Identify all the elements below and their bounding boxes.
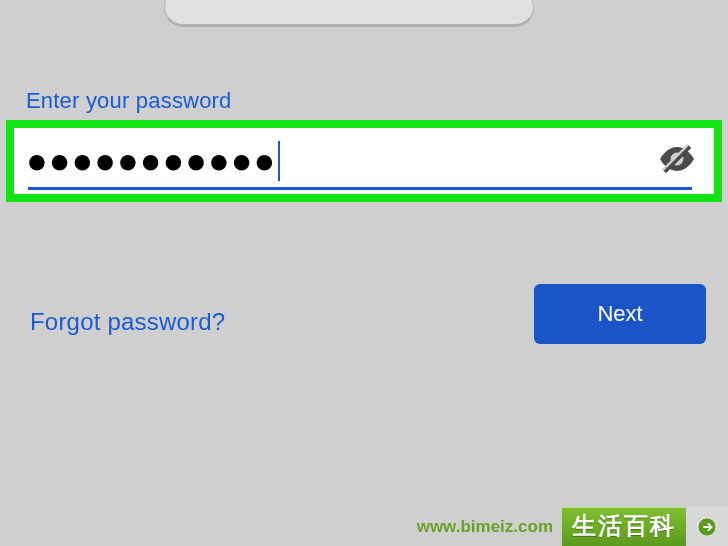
watermark-flag [686, 507, 728, 546]
forgot-password-link[interactable]: Forgot password? [30, 308, 225, 336]
show-password-toggle[interactable] [656, 140, 698, 182]
input-underline [28, 187, 692, 190]
password-label: Enter your password [26, 88, 232, 114]
next-button-label: Next [597, 301, 642, 327]
arrow-icon [696, 516, 718, 538]
eye-off-icon [658, 140, 696, 182]
account-chip [164, 0, 534, 26]
password-input[interactable]: ●●●●●●●●●●● [26, 143, 276, 179]
next-button[interactable]: Next [534, 284, 706, 344]
watermark-badge: 生活百科 [561, 507, 686, 546]
watermark: www.bimeiz.com 生活百科 [409, 507, 728, 546]
watermark-url: www.bimeiz.com [409, 507, 561, 546]
password-field-highlight: ●●●●●●●●●●● [6, 120, 722, 202]
text-cursor [278, 141, 280, 181]
